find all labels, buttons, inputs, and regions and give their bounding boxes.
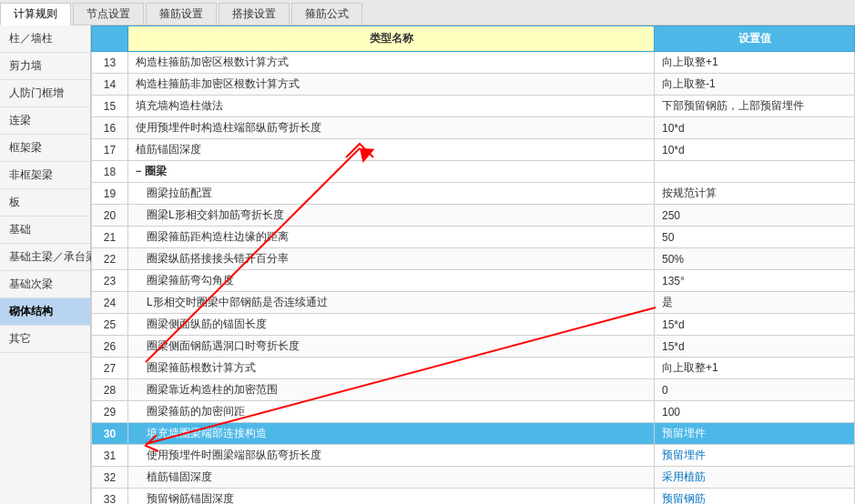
cell-name: 圈梁侧面钢筋遇洞口时弯折长度: [128, 336, 655, 358]
sidebar-item-column[interactable]: 柱／墙柱: [0, 25, 90, 53]
sidebar: 柱／墙柱 剪力墙 人防门框增 连梁 框架梁 非框架梁 板 基础 基础主梁／承台梁…: [0, 25, 91, 504]
sidebar-item-other[interactable]: 其它: [0, 326, 90, 353]
col-header-num: [92, 26, 128, 52]
cell-name: 圈梁箍筋距构造柱边缘的距离: [128, 227, 655, 248]
table-row: 16使用预埋件时构造柱端部纵筋弯折长度10*d: [92, 117, 855, 139]
cell-name: 圈梁侧面纵筋的锚固长度: [128, 314, 655, 336]
cell-num: 33: [92, 489, 128, 505]
cell-name: 预留钢筋锚固深度: [128, 489, 655, 505]
cell-val: 50%: [655, 248, 855, 270]
col-header-val: 设置值: [655, 26, 855, 52]
cell-num: 13: [92, 52, 128, 74]
cell-name: − 圈梁: [128, 161, 655, 183]
table-row: 31使用预埋件时圈梁端部纵筋弯折长度预留埋件: [92, 445, 855, 467]
table-row: 13构造柱箍筋加密区根数计算方式向上取整+1: [92, 52, 855, 74]
cell-val: 向上取整-1: [655, 74, 855, 96]
table-row: 18− 圈梁: [92, 161, 855, 183]
cell-num: 29: [92, 401, 128, 423]
cell-num: 28: [92, 379, 128, 401]
cell-name: 圈梁箍筋弯勾角度: [128, 270, 655, 292]
right-content: 类型名称 设置值 13构造柱箍筋加密区根数计算方式向上取整+114构造柱箍筋非加…: [91, 25, 855, 504]
table-row: 20圈梁L形相交斜加筋弯折长度250: [92, 205, 855, 227]
cell-name: 填充墙圈梁端部连接构造: [128, 423, 655, 445]
tab-stirrup-settings[interactable]: 箍筋设置: [146, 3, 217, 25]
sidebar-item-secondary-foundation-beam[interactable]: 基础次梁: [0, 271, 90, 298]
cell-val: 10*d: [655, 117, 855, 139]
cell-val: 向上取整+1: [655, 52, 855, 74]
cell-name: 圈梁纵筋搭接接头错开百分率: [128, 248, 655, 270]
cell-num: 17: [92, 139, 128, 161]
cell-val: 按规范计算: [655, 183, 855, 205]
sidebar-item-shear-wall[interactable]: 剪力墙: [0, 53, 90, 80]
cell-num: 24: [92, 292, 128, 314]
sidebar-item-frame-beam[interactable]: 框架梁: [0, 135, 90, 162]
cell-name: 圈梁靠近构造柱的加密范围: [128, 379, 655, 401]
cell-name: L形相交时圈梁中部钢筋是否连续通过: [128, 292, 655, 314]
cell-num: 31: [92, 445, 128, 467]
cell-num: 16: [92, 117, 128, 139]
cell-num: 18: [92, 161, 128, 183]
cell-name: 植筋锚固深度: [128, 139, 655, 161]
data-table: 类型名称 设置值 13构造柱箍筋加密区根数计算方式向上取整+114构造柱箍筋非加…: [91, 25, 855, 504]
cell-val: 10*d: [655, 139, 855, 161]
cell-val: [655, 161, 855, 183]
cell-name: 构造柱箍筋非加密区根数计算方式: [128, 74, 655, 96]
cell-name: 使用预埋件时构造柱端部纵筋弯折长度: [128, 117, 655, 139]
cell-name: 圈梁L形相交斜加筋弯折长度: [128, 205, 655, 227]
cell-num: 32: [92, 467, 128, 489]
cell-val: 50: [655, 227, 855, 248]
cell-num: 20: [92, 205, 128, 227]
cell-num: 21: [92, 227, 128, 248]
table-row: 19圈梁拉筋配置按规范计算: [92, 183, 855, 205]
sidebar-item-non-frame-beam[interactable]: 非框架梁: [0, 162, 90, 189]
col-header-name: 类型名称: [128, 26, 655, 52]
cell-num: 19: [92, 183, 128, 205]
table-row: 26圈梁侧面钢筋遇洞口时弯折长度15*d: [92, 336, 855, 358]
cell-num: 26: [92, 336, 128, 358]
cell-val: 采用植筋: [655, 467, 855, 489]
tab-stirrup-formula[interactable]: 箍筋公式: [291, 3, 362, 25]
sidebar-item-coupling-beam[interactable]: 连梁: [0, 107, 90, 135]
sidebar-item-slab[interactable]: 板: [0, 189, 90, 217]
cell-val: 下部预留钢筋，上部预留埋件: [655, 96, 855, 117]
main-content: 柱／墙柱 剪力墙 人防门框增 连梁 框架梁 非框架梁 板 基础 基础主梁／承台梁…: [0, 25, 855, 504]
cell-name: 植筋锚固深度: [128, 467, 655, 489]
cell-num: 15: [92, 96, 128, 117]
table-row: 32植筋锚固深度采用植筋: [92, 467, 855, 489]
cell-val: 预留埋件: [655, 445, 855, 467]
tab-node-settings[interactable]: 节点设置: [73, 3, 144, 25]
tab-calculation-rules[interactable]: 计算规则: [0, 3, 71, 25]
table-row: 28圈梁靠近构造柱的加密范围0: [92, 379, 855, 401]
cell-val: 预留钢筋: [655, 489, 855, 505]
cell-val: 15*d: [655, 314, 855, 336]
table-container[interactable]: 类型名称 设置值 13构造柱箍筋加密区根数计算方式向上取整+114构造柱箍筋非加…: [91, 25, 855, 504]
table-row: 30填充墙圈梁端部连接构造预留埋件: [92, 423, 855, 445]
table-row: 29圈梁箍筋的加密间距100: [92, 401, 855, 423]
cell-val: 是: [655, 292, 855, 314]
cell-val: 135°: [655, 270, 855, 292]
table-row: 14构造柱箍筋非加密区根数计算方式向上取整-1: [92, 74, 855, 96]
cell-val: 100: [655, 401, 855, 423]
cell-num: 22: [92, 248, 128, 270]
cell-num: 14: [92, 74, 128, 96]
sidebar-item-civil-door[interactable]: 人防门框增: [0, 80, 90, 107]
cell-name: 填充墙构造柱做法: [128, 96, 655, 117]
table-row: 22圈梁纵筋搭接接头错开百分率50%: [92, 248, 855, 270]
sidebar-item-main-foundation-beam[interactable]: 基础主梁／承台梁: [0, 244, 90, 271]
cell-val: 预留埋件: [655, 423, 855, 445]
sidebar-item-masonry[interactable]: 砌体结构: [0, 298, 90, 326]
table-row: 24L形相交时圈梁中部钢筋是否连续通过是: [92, 292, 855, 314]
tab-lap-settings[interactable]: 搭接设置: [219, 3, 290, 25]
cell-val: 0: [655, 379, 855, 401]
cell-val: 250: [655, 205, 855, 227]
cell-num: 30: [92, 423, 128, 445]
cell-name: 圈梁箍筋的加密间距: [128, 401, 655, 423]
cell-num: 23: [92, 270, 128, 292]
table-row: 33预留钢筋锚固深度预留钢筋: [92, 489, 855, 505]
cell-name: 圈梁拉筋配置: [128, 183, 655, 205]
table-row: 17植筋锚固深度10*d: [92, 139, 855, 161]
cell-name: 使用预埋件时圈梁端部纵筋弯折长度: [128, 445, 655, 467]
table-row: 25圈梁侧面纵筋的锚固长度15*d: [92, 314, 855, 336]
sidebar-item-foundation[interactable]: 基础: [0, 217, 90, 244]
cell-val: 15*d: [655, 336, 855, 358]
